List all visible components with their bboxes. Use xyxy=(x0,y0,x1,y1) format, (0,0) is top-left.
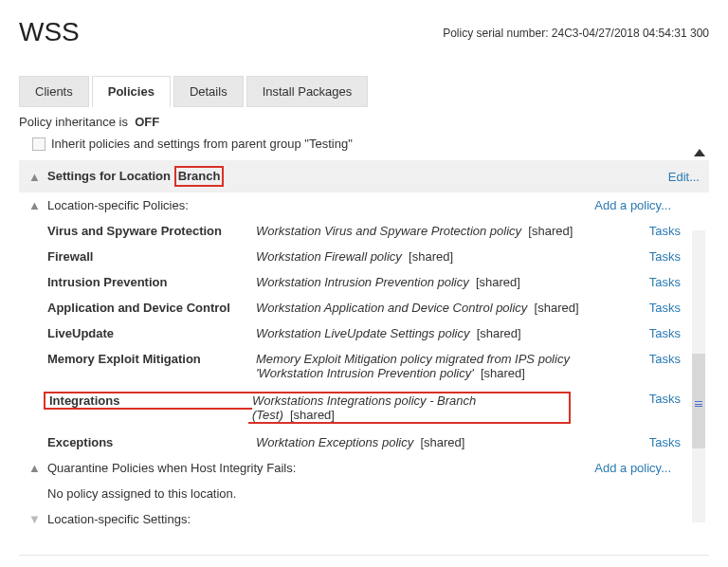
policy-name: Application and Device Control xyxy=(47,301,256,315)
location-policies-title: Location-specific Policies: xyxy=(47,198,189,212)
serial-label: Policy serial number: xyxy=(443,27,548,40)
location-settings-title: Location-specific Settings: xyxy=(47,512,191,526)
policy-list: Virus and Spyware Protection Workstation… xyxy=(19,218,681,455)
location-header: ▲ Settings for Location Branch Edit... xyxy=(19,160,709,192)
policy-desc: Worktation Exceptions policy [shared] xyxy=(256,435,633,449)
policy-shared-tag: [shared] xyxy=(481,366,525,380)
policy-row: Virus and Spyware Protection Workstation… xyxy=(47,218,681,244)
policy-row: Intrusion Prevention Workstation Intrusi… xyxy=(47,269,681,295)
inheritance-label: Policy inheritance is xyxy=(19,115,128,129)
edit-location-link[interactable]: Edit... xyxy=(668,170,700,184)
policy-desc: Workstation LiveUpdate Settings policy [… xyxy=(256,326,633,340)
tasks-link[interactable]: Tasks xyxy=(633,301,681,315)
policy-row: Firewall Workstation Firewall policy [sh… xyxy=(47,244,681,269)
policy-shared-tag: [shared] xyxy=(535,301,579,315)
policy-inheritance-status: Policy inheritance is OFF xyxy=(19,115,709,129)
policy-row: Memory Exploit Mitigation Memory Exploit… xyxy=(47,346,681,386)
policy-shared-tag: [shared] xyxy=(528,224,573,238)
scrollbar[interactable] xyxy=(692,230,705,522)
tasks-link[interactable]: Tasks xyxy=(633,392,681,406)
policy-serial: Policy serial number: 24C3-04/27/2018 04… xyxy=(443,27,709,40)
policy-name: Virus and Spyware Protection xyxy=(47,224,256,238)
tasks-link[interactable]: Tasks xyxy=(633,224,681,238)
serial-value: 24C3-04/27/2018 04:54:31 300 xyxy=(552,27,709,40)
tab-clients[interactable]: Clients xyxy=(19,76,89,107)
chevron-up-icon[interactable]: ▲ xyxy=(28,461,40,475)
policy-desc: Memory Exploit Mitigation policy migrate… xyxy=(256,352,633,380)
tab-install-packages[interactable]: Install Packages xyxy=(246,76,369,107)
policy-name: Memory Exploit Mitigation xyxy=(47,352,256,366)
location-label: Settings for Location xyxy=(47,169,171,183)
add-quarantine-policy-link[interactable]: Add a policy... xyxy=(594,461,671,475)
tasks-link[interactable]: Tasks xyxy=(633,352,681,366)
add-policy-link[interactable]: Add a policy... xyxy=(594,198,671,212)
tab-details[interactable]: Details xyxy=(173,76,244,107)
policy-name: Exceptions xyxy=(47,435,256,449)
policy-desc: Workstation Application and Device Contr… xyxy=(256,301,633,315)
chevron-up-icon[interactable]: ▲ xyxy=(28,198,40,212)
divider xyxy=(19,555,709,556)
policy-row: LiveUpdate Workstation LiveUpdate Settin… xyxy=(47,320,681,346)
policy-row: Application and Device Control Workstati… xyxy=(47,295,681,320)
policy-name: Integrations xyxy=(44,392,252,410)
policy-desc: Workstation Intrusion Prevention policy … xyxy=(256,275,633,289)
tasks-link[interactable]: Tasks xyxy=(633,326,681,340)
policy-name: Intrusion Prevention xyxy=(47,275,256,289)
tab-policies[interactable]: Policies xyxy=(92,76,171,107)
tab-bar: Clients Policies Details Install Package… xyxy=(19,76,709,107)
policy-name: Firewall xyxy=(47,249,256,264)
policy-desc: Workstation Virus and Spyware Protection… xyxy=(256,224,633,238)
inheritance-state: OFF xyxy=(135,115,159,129)
scroll-up-icon[interactable] xyxy=(694,149,705,156)
quarantine-title: Quarantine Policies when Host Integrity … xyxy=(47,461,296,475)
tasks-link[interactable]: Tasks xyxy=(633,249,681,264)
policy-shared-tag: [shared] xyxy=(477,326,521,340)
policy-shared-tag: [shared] xyxy=(409,249,453,264)
tasks-link[interactable]: Tasks xyxy=(633,275,681,289)
chevron-up-icon[interactable]: ▲ xyxy=(28,170,40,184)
chevron-down-icon[interactable]: ▼ xyxy=(28,512,40,526)
policy-desc: Workstation Firewall policy [shared] xyxy=(256,249,633,264)
inherit-checkbox-label: Inherit policies and settings from paren… xyxy=(51,137,353,151)
location-name: Branch xyxy=(178,169,221,183)
policy-name: LiveUpdate xyxy=(47,326,256,340)
policy-row: Exceptions Worktation Exceptions policy … xyxy=(47,430,681,455)
policy-shared-tag: [shared] xyxy=(476,275,520,289)
policy-shared-tag: [shared] xyxy=(290,408,335,422)
policy-row: Integrations Workstations Integrations p… xyxy=(47,386,681,430)
policy-shared-tag: [shared] xyxy=(420,435,464,449)
scrollbar-grip-icon xyxy=(695,401,702,407)
page-title: WSS xyxy=(19,17,80,47)
no-policy-text: No policy assigned to this location. xyxy=(47,486,236,501)
tasks-link[interactable]: Tasks xyxy=(633,435,681,449)
inherit-checkbox[interactable] xyxy=(32,137,46,151)
policy-desc: Workstations Integrations policy - Branc… xyxy=(248,392,571,424)
